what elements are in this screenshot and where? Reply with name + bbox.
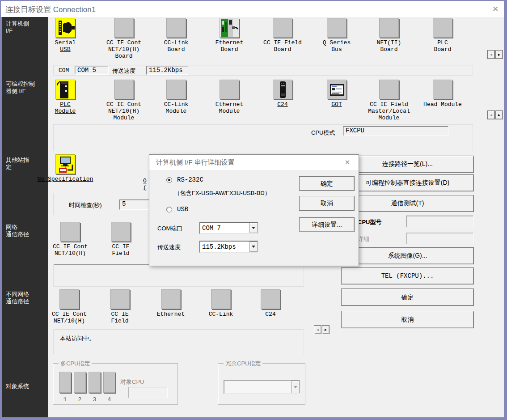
plcif-ethernet-module[interactable]: Ethernet Module xyxy=(203,80,255,115)
icon-label: Head Module xyxy=(417,101,469,108)
netroute-cc-ie-field[interactable]: CC IE Field xyxy=(95,222,147,257)
plcif-cc-link-module[interactable]: CC-Link Module xyxy=(150,80,202,115)
pcif-scroll-left-icon[interactable]: ◄ xyxy=(487,50,495,59)
speed-display: 115.2Kbps xyxy=(146,66,188,75)
board-icon xyxy=(166,18,186,38)
icon-label: C24 xyxy=(257,101,308,108)
icon-label: CC IE Cont NET/10(H) Board xyxy=(98,39,150,59)
detail-field xyxy=(406,233,473,244)
pcif-cc-ie-field-board[interactable]: CC IE Field Board xyxy=(257,18,308,53)
module-icon xyxy=(220,80,239,99)
com-port-select[interactable]: COM 7 xyxy=(199,222,258,234)
cancel-button[interactable]: 取消 xyxy=(341,311,474,328)
no-specification-icon xyxy=(55,154,75,174)
slot-number: 3 xyxy=(89,396,101,403)
icon-label: CC IE Field xyxy=(95,243,147,257)
icon-label: Ethernet xyxy=(145,311,197,318)
redundant-cpu-group: 冗余CPU指定 xyxy=(218,363,305,405)
diffnet-scroll-left-icon[interactable]: ◄ xyxy=(314,325,321,334)
other-station-no-specification[interactable]: No Specification xyxy=(27,154,104,182)
diffnet-cc-link[interactable]: CC-Link xyxy=(195,289,247,318)
pcif-ethernet-board[interactable]: Ethernet Board xyxy=(203,18,255,53)
module-icon xyxy=(111,222,131,242)
icon-label: C24 xyxy=(245,311,296,318)
icon-label: CC IE Field Master/Local Module xyxy=(363,101,415,121)
target-cpu-field xyxy=(128,387,168,398)
diffnet-cc-ie-field[interactable]: CC IE Field xyxy=(94,289,146,324)
plcif-plc-module[interactable]: PLC Module xyxy=(39,80,91,115)
pcif-plc-board[interactable]: PLC Board xyxy=(417,18,469,53)
dialog-detail-setting-button[interactable]: 详细设置... xyxy=(299,217,355,232)
plcif-c24[interactable]: C24 xyxy=(257,80,308,108)
module-icon xyxy=(114,80,134,99)
diffnet-ethernet[interactable]: Ethernet xyxy=(145,289,197,318)
speed-select[interactable]: 115.2Kbps xyxy=(199,241,258,253)
module-icon xyxy=(166,80,186,99)
title-bar: 连接目标设置 Connection1 ✕ xyxy=(1,1,504,17)
rs232c-note: （包含FX-USB-AW/FX3U-USB-BD） xyxy=(174,189,270,197)
icon-label: CC-Link Board xyxy=(150,39,202,53)
board-icon xyxy=(379,18,399,38)
plc-direct-connection-button[interactable]: 可编程控制器直接连接设置(D) xyxy=(341,174,474,191)
icon-label: PLC Module xyxy=(39,101,91,115)
plcif-scroll-left-icon[interactable]: ◄ xyxy=(487,110,495,119)
module-icon xyxy=(379,80,399,99)
sidebar-item-diff-network: 不同网络 通信路径 xyxy=(6,291,29,305)
pcif-cc-link-board[interactable]: CC-Link Board xyxy=(150,18,202,53)
com-port-label: COM端口 xyxy=(157,225,182,233)
board-icon xyxy=(327,18,346,38)
multi-cpu-slot-3[interactable] xyxy=(89,372,101,393)
sidebar-item-network-route: 网络 通信路径 xyxy=(6,224,29,238)
plcif-scroll-right-icon[interactable]: ► xyxy=(495,110,503,119)
dialog-close-icon[interactable]: ✕ xyxy=(342,157,353,168)
plcif-head-module[interactable]: Head Module xyxy=(417,80,469,108)
diffnet-c24[interactable]: C24 xyxy=(245,289,296,318)
close-icon[interactable]: ✕ xyxy=(489,4,502,15)
module-icon xyxy=(261,289,280,309)
module-icon xyxy=(211,289,231,309)
pcif-cc-ie-cont-board[interactable]: CC IE Cont NET/10(H) Board xyxy=(98,18,150,59)
dialog-cancel-button[interactable]: 取消 xyxy=(299,196,355,211)
dialog-ok-button[interactable]: 确定 xyxy=(299,176,355,191)
redundant-cpu-select xyxy=(224,380,300,394)
slot-number: 2 xyxy=(74,396,86,403)
rs232c-radio[interactable] xyxy=(166,177,172,183)
access-message-box: 本站访问中。 xyxy=(54,330,304,354)
multi-cpu-slot-4[interactable] xyxy=(103,372,115,393)
sidebar-item-pc-if: 计算机侧 I/F xyxy=(6,20,29,34)
pcif-net2-board[interactable]: NET(II) Board xyxy=(363,18,415,53)
connection-test-button[interactable]: 通信测试(T) xyxy=(341,195,474,212)
diffnet-cc-ie-cont[interactable]: CC IE Cont NET/10(H) xyxy=(43,289,95,324)
module-icon xyxy=(110,289,130,309)
system-image-button[interactable]: 系统图像(G)... xyxy=(341,247,474,264)
multi-cpu-title: 多CPU指定 xyxy=(59,360,92,368)
cpu-mode-label: CPU模式 xyxy=(311,129,335,137)
com-port-display: COM 5 xyxy=(75,66,109,75)
rs232c-radio-label: RS-232C xyxy=(177,176,203,183)
diffnet-scroll-right-icon[interactable]: ► xyxy=(322,325,330,334)
multi-cpu-slot-2[interactable] xyxy=(74,372,86,393)
plcif-cc-ie-field-master-local[interactable]: CC IE Field Master/Local Module xyxy=(363,80,415,121)
board-icon xyxy=(114,18,134,38)
pcif-q-series-bus[interactable]: Q Series Bus xyxy=(311,18,363,53)
pcif-scroll-right-icon[interactable]: ► xyxy=(495,50,503,59)
plcif-got[interactable]: GOT xyxy=(311,80,363,108)
connection-channel-list-button[interactable]: 连接路径一览(L)... xyxy=(341,156,474,173)
icon-label: Q Series Bus xyxy=(311,39,363,53)
ok-button[interactable]: 确定 xyxy=(341,288,474,306)
icon-label: NET(II) Board xyxy=(363,39,415,53)
netroute-cc-ie-cont[interactable]: CC IE Cont NET/10(H) xyxy=(44,222,96,257)
tel-fxcpu-button[interactable]: TEL (FXCPU)... xyxy=(341,267,474,284)
multi-cpu-slot-1[interactable] xyxy=(59,372,71,393)
icon-label: CC IE Cont NET/10(H) Module xyxy=(98,101,150,121)
cpu-model-label: CPU型号 xyxy=(358,218,381,226)
chevron-down-icon xyxy=(249,223,258,233)
cpu-model-field xyxy=(406,216,473,227)
plcif-cc-ie-cont-module[interactable]: CC IE Cont NET/10(H) Module xyxy=(98,80,150,121)
pcif-serial-usb[interactable]: Serial USB xyxy=(39,18,91,53)
other-station-partial-label[interactable]: O ( xyxy=(143,178,149,191)
slot-number: 1 xyxy=(59,396,71,403)
slot-number: 4 xyxy=(103,396,115,403)
usb-radio-label: USB xyxy=(177,206,188,213)
usb-radio[interactable] xyxy=(166,207,172,212)
